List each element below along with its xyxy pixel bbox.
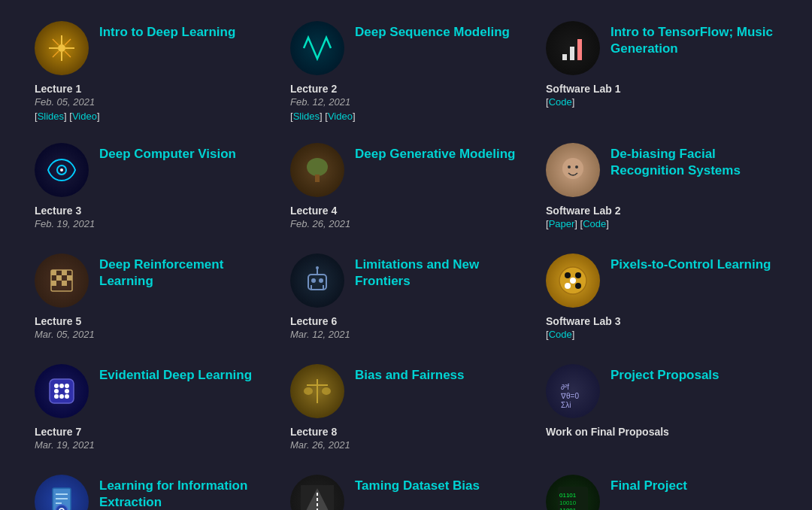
svg-point-34 [565, 272, 571, 278]
item-date: Feb. 05, 2021 [35, 96, 266, 108]
item-title[interactable]: Intro to TensorFlow; Music Generation [611, 21, 777, 57]
code-thumbnail: 01101 10010 11001 [546, 475, 600, 510]
item-date: Mar. 12, 2021 [290, 329, 522, 340]
item-date: Feb. 19, 2021 [35, 218, 266, 229]
svg-point-16 [562, 158, 583, 179]
item-meta: Lecture 2 [290, 83, 522, 95]
item-meta: Lecture 4 [290, 205, 522, 217]
item-link-video[interactable]: Video [328, 111, 353, 122]
item-title[interactable]: Deep Reinforcement Learning [99, 253, 266, 290]
course-cell: Learning for Information Extraction [23, 461, 278, 510]
svg-point-37 [575, 283, 581, 289]
item-links: [Code] [546, 329, 777, 340]
svg-rect-39 [50, 379, 74, 403]
item-meta: Software Lab 2 [546, 205, 777, 217]
course-cell: De-biasing Facial Recognition SystemsSof… [534, 129, 789, 240]
chess-thumbnail [35, 253, 89, 308]
svg-point-14 [307, 158, 328, 176]
item-top: Limitations and New Frontiers [290, 253, 522, 308]
svg-point-46 [59, 394, 64, 399]
item-title[interactable]: Deep Generative Modeling [355, 143, 516, 162]
course-cell: Limitations and New FrontiersLecture 6Ma… [278, 240, 534, 351]
item-link-video[interactable]: Video [72, 111, 97, 122]
item-links: [Code] [546, 96, 777, 108]
item-links: [Slides] [Video] [290, 111, 522, 122]
item-title[interactable]: Bias and Fairness [355, 364, 465, 384]
svg-point-0 [58, 44, 65, 52]
item-date: Feb. 12, 2021 [290, 96, 522, 108]
item-link-slides[interactable]: Slides [293, 111, 320, 122]
item-title[interactable]: Evidential Deep Learning [99, 364, 252, 384]
item-meta: Lecture 8 [290, 426, 522, 438]
item-meta: Lecture 1 [35, 83, 266, 95]
svg-rect-15 [315, 175, 320, 182]
svg-point-42 [65, 384, 69, 388]
wave-thumbnail [290, 21, 344, 75]
go-thumbnail [546, 253, 600, 308]
item-date: Feb. 26, 2021 [290, 218, 522, 229]
item-title[interactable]: Final Project [611, 475, 687, 494]
course-grid: Intro to Deep LearningLecture 1Feb. 05, … [0, 0, 812, 510]
item-link-paper[interactable]: Paper [549, 218, 575, 229]
item-title[interactable]: Deep Computer Vision [99, 143, 236, 162]
item-meta: Lecture 6 [290, 315, 522, 327]
svg-text:Σλi: Σλi [561, 401, 571, 408]
item-links: [Slides] [Video] [35, 111, 266, 122]
item-top: Learning for Information Extraction [35, 475, 266, 510]
course-cell: Evidential Deep LearningLecture 7Mar. 19… [23, 351, 278, 461]
svg-rect-21 [62, 270, 67, 275]
item-top: De-biasing Facial Recognition Systems [546, 143, 777, 197]
item-date: Mar. 19, 2021 [35, 439, 266, 451]
vision-thumbnail [35, 143, 89, 197]
item-top: Taming Dataset Bias [290, 475, 522, 510]
bar-thumbnail [546, 21, 600, 75]
svg-line-6 [65, 51, 71, 57]
course-cell: Deep Generative ModelingLecture 4Feb. 26… [278, 129, 534, 240]
item-link-code[interactable]: Code [549, 329, 572, 340]
svg-point-13 [60, 168, 63, 172]
svg-point-40 [54, 384, 59, 388]
svg-text:01101: 01101 [559, 492, 577, 499]
face-thumbnail [546, 143, 600, 197]
tree-thumbnail [290, 143, 344, 197]
math-thumbnail: ∂²f ∇θ=0 Σλi [546, 364, 600, 418]
svg-rect-11 [577, 39, 582, 60]
course-cell: ∂²f ∇θ=0 Σλi Project ProposalsWork on Fi… [534, 351, 789, 461]
item-date: Mar. 05, 2021 [35, 329, 266, 340]
svg-point-28 [319, 278, 323, 283]
course-cell: Deep Computer VisionLecture 3Feb. 19, 20… [23, 129, 278, 240]
svg-text:∇θ=0: ∇θ=0 [560, 392, 579, 400]
item-title[interactable]: Limitations and New Frontiers [355, 253, 522, 290]
robot-thumbnail [290, 253, 344, 308]
item-date: Mar. 26, 2021 [290, 439, 522, 451]
road-thumbnail [290, 475, 344, 510]
svg-point-41 [59, 384, 64, 388]
svg-point-18 [575, 165, 578, 168]
item-meta: Lecture 5 [35, 315, 266, 327]
svg-text:∂²f: ∂²f [561, 383, 569, 391]
item-meta: Work on Final Proposals [546, 426, 777, 438]
item-link-slides[interactable]: Slides [38, 111, 64, 122]
course-cell: Deep Reinforcement LearningLecture 5Mar.… [23, 240, 278, 351]
course-cell: Intro to Deep LearningLecture 1Feb. 05, … [23, 8, 278, 129]
item-title[interactable]: Intro to Deep Learning [99, 21, 235, 41]
item-top: 01101 10010 11001 Final Project [546, 475, 777, 510]
item-link-code[interactable]: Code [549, 96, 572, 108]
course-cell: Deep Sequence ModelingLecture 2Feb. 12, … [278, 8, 534, 129]
item-title[interactable]: Pixels-to-Control Learning [611, 253, 771, 273]
item-title[interactable]: Project Proposals [611, 364, 720, 384]
svg-point-45 [54, 394, 59, 399]
item-title[interactable]: De-biasing Facial Recognition Systems [611, 143, 777, 179]
course-cell: Pixels-to-Control LearningSoftware Lab 3… [534, 240, 789, 351]
course-cell: Intro to TensorFlow; Music GenerationSof… [534, 8, 789, 129]
svg-line-8 [53, 51, 59, 57]
svg-text:10010: 10010 [559, 499, 577, 506]
item-title[interactable]: Taming Dataset Bias [355, 475, 480, 494]
item-title[interactable]: Deep Sequence Modeling [355, 21, 510, 41]
item-title[interactable]: Learning for Information Extraction [99, 475, 266, 510]
svg-point-38 [570, 278, 576, 284]
neuron-thumbnail [35, 21, 89, 75]
item-top: ∂²f ∇θ=0 Σλi Project Proposals [546, 364, 777, 418]
svg-rect-9 [562, 54, 567, 60]
item-link-code[interactable]: Code [583, 218, 606, 229]
